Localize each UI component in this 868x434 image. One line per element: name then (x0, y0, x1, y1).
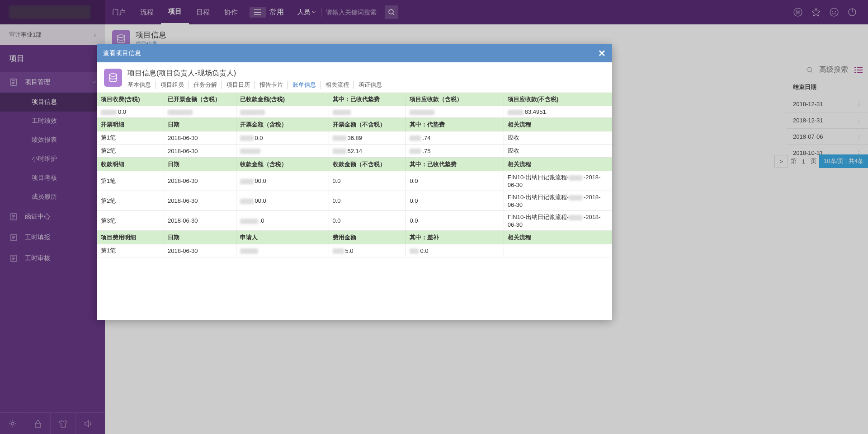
modal-overlay[interactable] (0, 0, 868, 24)
